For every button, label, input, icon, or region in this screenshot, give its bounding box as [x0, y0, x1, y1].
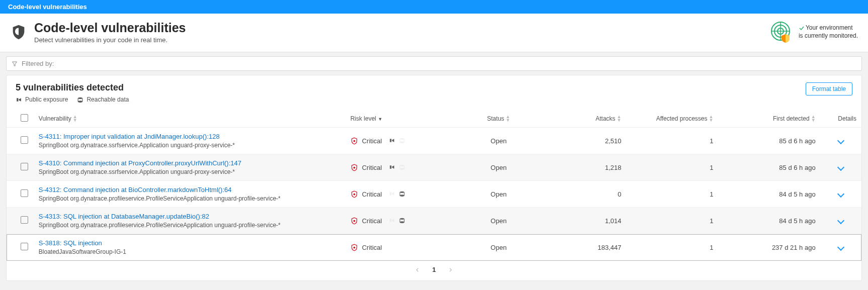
sort-icon: ▲▼	[709, 115, 714, 122]
risk-level-label: Critical	[362, 164, 382, 171]
sort-icon: ▲▼	[506, 115, 510, 122]
breadcrumb-bar: Code-level vulnerabilities	[0, 0, 868, 14]
chevron-down-icon	[837, 163, 844, 170]
page-subtitle: Detect vulnerabilities in your code in r…	[34, 36, 186, 44]
table-row: S-4310: Command injection at ProxyContro…	[7, 154, 861, 181]
select-all-checkbox[interactable]	[21, 114, 28, 122]
chevron-down-icon	[837, 217, 844, 224]
vulnerability-link[interactable]: S-3818: SQL injection	[39, 239, 340, 247]
sort-icon: ▲▼	[73, 115, 77, 122]
risk-shield-icon	[351, 244, 358, 251]
vulnerability-link[interactable]: S-4313: SQL injection at DatabaseManager…	[39, 213, 340, 220]
first-detected-cell: 237 d 21 h ago	[718, 234, 820, 261]
pager-prev[interactable]	[415, 266, 420, 273]
reachable-data-icon	[399, 137, 406, 144]
row-checkbox[interactable]	[21, 189, 28, 197]
column-status[interactable]: Status▲▼	[448, 110, 550, 128]
radar-shield-icon	[770, 21, 793, 43]
svg-point-10	[400, 168, 405, 169]
vulnerability-table: Vulnerability▲▼ Risk level ▼ Status▲▼ At…	[7, 110, 861, 261]
first-detected-cell: 85 d 6 h ago	[718, 128, 820, 154]
legend-reachable-data: Reachable data	[77, 96, 129, 103]
svg-point-8	[353, 166, 355, 168]
vulnerability-link[interactable]: S-4311: Improper input validation at Jnd…	[39, 133, 340, 140]
sort-icon: ▲▼	[617, 115, 622, 122]
pager-next[interactable]	[448, 266, 453, 273]
table-row: S-4312: Command injection at BioControll…	[7, 181, 861, 208]
filter-icon	[12, 61, 18, 67]
env-status-text-1: Your environment	[806, 24, 853, 31]
row-checkbox[interactable]	[21, 136, 28, 144]
svg-point-16	[400, 221, 405, 223]
public-exposure-icon	[389, 137, 396, 144]
env-status-text-2: is currently monitored.	[799, 32, 858, 39]
column-first-detected[interactable]: First detected▲▼	[718, 110, 820, 128]
row-checkbox[interactable]	[21, 163, 28, 170]
page-title: Code-level vulnerabilities	[34, 21, 186, 35]
column-affected-processes[interactable]: Affected processes▲▼	[627, 110, 719, 128]
svg-point-11	[353, 193, 355, 195]
reachable-data-icon	[399, 164, 406, 171]
status-cell: Open	[448, 208, 550, 234]
vulnerability-link[interactable]: S-4310: Command injection at ProxyContro…	[39, 159, 340, 167]
table-row: S-4313: SQL injection at DatabaseManager…	[7, 208, 861, 234]
chevron-down-icon	[837, 190, 844, 197]
public-exposure-icon	[16, 96, 22, 103]
risk-level-label: Critical	[362, 217, 382, 225]
reachable-data-icon	[399, 217, 406, 224]
processes-cell: 1	[627, 128, 719, 154]
vulnerability-link[interactable]: S-4312: Command injection at BioControll…	[39, 186, 340, 194]
status-cell: Open	[448, 181, 550, 208]
expand-row-button[interactable]	[838, 164, 843, 171]
risk-shield-icon	[351, 137, 358, 145]
attacks-cell: 183,447	[550, 234, 626, 261]
row-checkbox[interactable]	[21, 216, 28, 224]
shield-icon	[10, 24, 27, 41]
processes-cell: 1	[627, 154, 719, 181]
risk-shield-icon	[351, 164, 358, 171]
status-cell: Open	[448, 234, 550, 261]
breadcrumb-title: Code-level vulnerabilities	[8, 3, 87, 11]
format-table-button[interactable]: Format table	[806, 82, 852, 95]
risk-level-label: Critical	[362, 244, 382, 251]
risk-level-label: Critical	[362, 190, 382, 198]
column-attacks[interactable]: Attacks▲▼	[550, 110, 626, 128]
expand-row-button[interactable]	[838, 137, 843, 145]
vulnerability-source: SpringBoot org.dynatrace.ssrfservice.App…	[39, 168, 340, 175]
expand-row-button[interactable]	[838, 217, 843, 225]
svg-point-12	[400, 191, 405, 193]
svg-point-14	[353, 220, 355, 222]
public-exposure-icon	[389, 164, 396, 171]
column-risk-level[interactable]: Risk level ▼	[345, 110, 448, 128]
risk-level-label: Critical	[362, 137, 382, 145]
expand-row-button[interactable]	[838, 244, 843, 251]
svg-point-15	[400, 218, 405, 220]
expand-row-button[interactable]	[838, 190, 843, 198]
table-row: S-3818: SQL injection BloatedJavaSoftwar…	[7, 234, 861, 261]
page-header: Code-level vulnerabilities Detect vulner…	[0, 14, 868, 52]
environment-status: Your environment is currently monitored.	[770, 21, 858, 43]
processes-cell: 1	[627, 181, 719, 208]
column-vulnerability[interactable]: Vulnerability▲▼	[34, 110, 345, 128]
detected-count-title: 5 vulnerabilities detected	[16, 82, 129, 93]
public-exposure-icon	[389, 190, 396, 198]
status-cell: Open	[448, 128, 550, 154]
vulnerability-source: SpringBoot org.dynatrace.profileservice.…	[39, 195, 340, 202]
risk-shield-icon	[351, 217, 358, 225]
filter-bar[interactable]: Filtered by:	[6, 56, 862, 71]
svg-point-5	[353, 140, 355, 142]
attacks-cell: 1,218	[550, 154, 626, 181]
first-detected-cell: 84 d 5 h ago	[718, 208, 820, 234]
processes-cell: 1	[627, 234, 719, 261]
pagination: 1	[7, 261, 861, 275]
reachable-data-icon	[399, 190, 406, 198]
vulnerability-source: SpringBoot org.dynatrace.profileservice.…	[39, 222, 340, 229]
sort-icon: ▲▼	[811, 115, 816, 122]
pager-current-page: 1	[432, 266, 436, 273]
svg-point-17	[353, 246, 355, 248]
public-exposure-icon	[389, 217, 396, 224]
row-checkbox[interactable]	[21, 243, 28, 250]
svg-point-7	[400, 141, 405, 143]
attacks-cell: 0	[550, 181, 626, 208]
vulnerability-source: SpringBoot org.dynatrace.ssrfservice.App…	[39, 142, 340, 149]
